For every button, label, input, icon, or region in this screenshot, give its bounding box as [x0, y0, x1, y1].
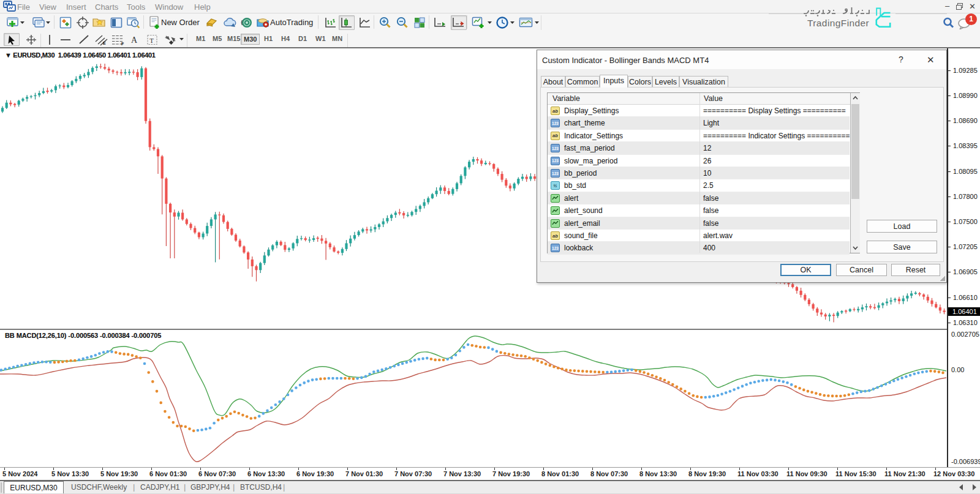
svg-text:A: A: [131, 36, 138, 45]
svg-text:E: E: [103, 41, 106, 45]
svg-text:F: F: [121, 42, 124, 46]
svg-text:T: T: [149, 36, 154, 43]
